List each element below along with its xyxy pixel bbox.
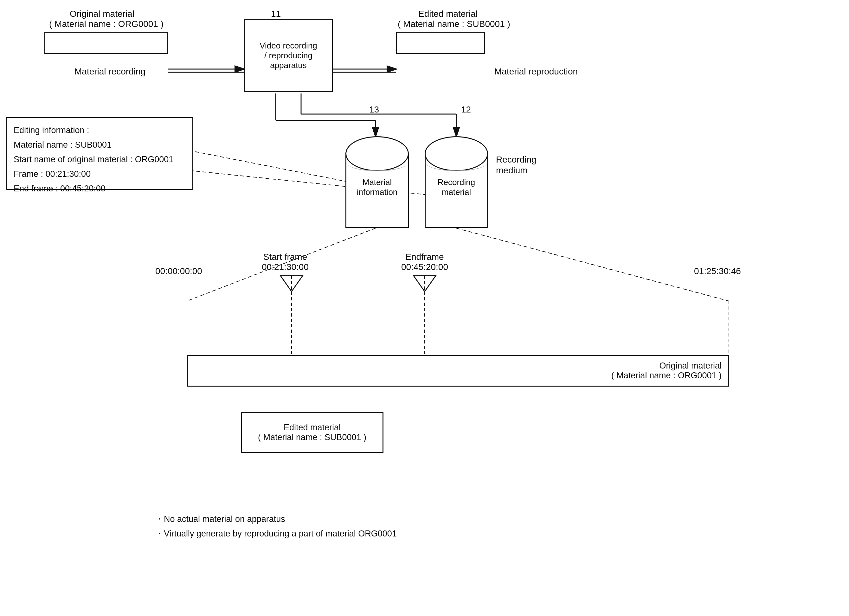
editing-info-title: Editing information :	[13, 123, 186, 138]
recording-material-cylinder: Recording material	[424, 136, 488, 228]
num-12-label: 12	[461, 104, 471, 115]
original-material-bar-name: ( Material name : ORG0001 )	[611, 371, 722, 381]
edited-material-box-top	[396, 32, 485, 54]
num-13-label: 13	[369, 104, 379, 115]
editing-info-box: Editing information : Material name : SU…	[6, 117, 193, 190]
recording-material-label1: Recording	[438, 177, 475, 187]
note-line1: ・No actual material on apparatus	[155, 513, 397, 525]
notes: ・No actual material on apparatus ・Virtua…	[155, 513, 397, 539]
edited-material-title: Edited material	[418, 9, 478, 19]
editing-info-line4: End frame : 00:45:20:00	[13, 182, 186, 196]
original-material-bar-label: Original material	[611, 361, 722, 371]
recording-medium-label2: medium	[496, 165, 528, 176]
edited-material-box-line2: ( Material name : SUB0001 )	[258, 433, 366, 442]
endframe-label: Endframe 00:45:20:00	[393, 252, 456, 272]
material-recording-label: Material recording	[74, 67, 146, 77]
original-material-bar: Original material ( Material name : ORG0…	[187, 355, 729, 387]
material-info-label2: information	[357, 187, 398, 197]
material-reproduction-label: Material reproduction	[495, 67, 578, 77]
vr-apparatus-box: Video recording / reproducing apparatus	[244, 19, 333, 92]
recording-medium-label1: Recording	[496, 155, 536, 165]
edited-material-bottom-box: Edited material ( Material name : SUB000…	[241, 412, 383, 453]
svg-marker-22	[414, 276, 436, 292]
editing-info-line3: Frame : 00:21:30:00	[13, 167, 186, 182]
start-frame-label: Start frame 00:21:30:00	[253, 252, 317, 272]
timecode-end: 01:25:30:46	[694, 266, 741, 276]
vr-apparatus-number: 11	[271, 9, 281, 19]
original-material-title: Original material	[70, 9, 134, 19]
vr-apparatus-line3: apparatus	[270, 61, 307, 70]
material-info-label1: Material	[362, 177, 392, 187]
timecode-start: 00:00:00:00	[155, 266, 202, 276]
svg-marker-21	[280, 276, 302, 292]
editing-info-line1: Material name : SUB0001	[13, 138, 186, 152]
edited-material-name: ( Material name : SUB0001 )	[398, 19, 510, 29]
edited-material-box-line1: Edited material	[258, 423, 366, 433]
vr-apparatus-line1: Video recording	[259, 41, 317, 51]
note-line2: ・Virtually generate by reproducing a par…	[155, 528, 397, 539]
material-info-cylinder: Material information	[346, 136, 409, 228]
recording-material-label2: material	[442, 187, 471, 197]
original-material-box	[45, 32, 168, 54]
editing-info-line2: Start name of original material : ORG000…	[13, 152, 186, 167]
original-material-name: ( Material name : ORG0001 )	[49, 19, 164, 29]
svg-line-15	[456, 228, 729, 301]
vr-apparatus-line2: / reproducing	[264, 51, 313, 61]
